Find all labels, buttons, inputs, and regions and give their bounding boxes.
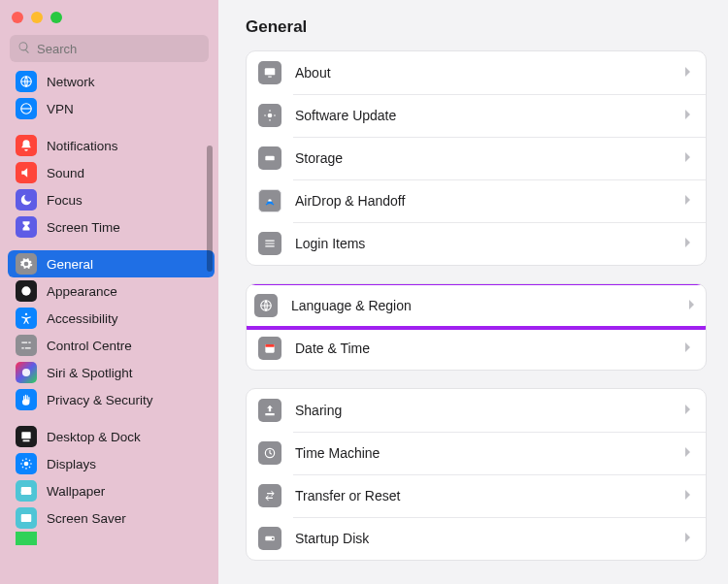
gear-icon [16,253,37,275]
sidebar: Network VPN Notifications Sound Focus Sc… [0,0,218,584]
sidebar-item-general[interactable]: General [8,250,215,277]
row-label: Time Machine [295,445,684,461]
settings-group-misc: Sharing Time Machine Transfer or Reset S… [246,388,707,561]
content-pane: General About Software Update Storage Ai… [218,0,728,584]
sidebar-item-displays[interactable]: Displays [8,450,215,477]
list-icon [258,232,281,255]
sidebar-scrollbar-thumb[interactable] [207,146,213,272]
settings-group-system: About Software Update Storage AirDrop & … [246,50,707,266]
row-label: Transfer or Reset [295,488,684,503]
row-label: About [295,65,684,81]
disk-icon [258,146,281,170]
row-software-update[interactable]: Software Update [247,94,706,137]
sidebar-item-label: Notifications [47,139,118,153]
row-sharing[interactable]: Sharing [247,389,706,432]
settings-group-locale: Language & Region Date & Time [246,283,707,371]
sidebar-item-label: Appearance [47,284,117,299]
chevron-right-icon [684,489,694,503]
sidebar-item-label: Sound [47,166,84,180]
sidebar-item-label: General [47,257,93,272]
chevron-right-icon [684,194,694,209]
search-input[interactable] [37,42,201,56]
siri-icon [16,362,37,383]
svg-point-7 [24,462,29,467]
svg-point-3 [25,313,27,315]
gear-icon [258,104,281,127]
fullscreen-window-button[interactable] [50,12,62,23]
sidebar-item-privacy-security[interactable]: Privacy & Security [8,386,215,413]
row-storage[interactable]: Storage [247,137,706,179]
row-transfer-reset[interactable]: Transfer or Reset [247,474,706,517]
sidebar-item-partial[interactable] [8,532,215,545]
calendar-icon [258,337,281,360]
sidebar-item-label: Focus [47,193,83,208]
row-label: Sharing [295,403,684,418]
sidebar-item-label: Wallpaper [47,484,105,499]
page-title: General [246,17,707,37]
sharing-icon [258,399,281,422]
chevron-right-icon [684,532,694,546]
svg-rect-13 [265,156,274,161]
sidebar-item-appearance[interactable]: Appearance [8,277,215,305]
sidebar-item-control-centre[interactable]: Control Centre [8,332,215,359]
chevron-right-icon [688,299,698,313]
svg-point-20 [272,537,274,539]
sidebar-item-siri-spotlight[interactable]: Siri & Spotlight [8,359,215,386]
close-window-button[interactable] [12,12,23,23]
sidebar-item-label: Displays [47,457,96,471]
svg-rect-10 [265,68,276,75]
row-label: Startup Disk [295,531,684,546]
moon-icon [16,189,37,211]
row-about[interactable]: About [247,51,706,94]
chevron-right-icon [684,151,694,166]
appearance-icon [16,280,37,302]
search-icon [17,41,31,57]
transfer-icon [258,484,281,507]
row-airdrop-handoff[interactable]: AirDrop & Handoff [247,179,706,222]
sidebar-item-screen-saver[interactable]: Screen Saver [8,504,215,532]
screensaver-icon [16,507,37,529]
svg-point-12 [268,114,273,118]
row-language-region[interactable]: Language & Region [246,284,707,327]
hourglass-icon [16,216,37,238]
chevron-right-icon [684,446,694,461]
row-login-items[interactable]: Login Items [247,222,706,265]
sidebar-item-screen-time[interactable]: Screen Time [8,213,215,241]
speaker-icon [16,162,37,183]
svg-point-2 [21,286,30,295]
battery-icon [16,532,37,545]
sidebar-item-focus[interactable]: Focus [8,186,215,213]
minimize-window-button[interactable] [31,12,43,23]
row-label: AirDrop & Handoff [295,193,684,209]
disk-icon [258,527,281,550]
svg-point-4 [22,369,30,376]
sidebar-item-wallpaper[interactable]: Wallpaper [8,477,215,504]
row-date-time[interactable]: Date & Time [247,327,706,370]
sidebar-item-notifications[interactable]: Notifications [8,132,215,159]
globe-icon [254,294,278,317]
sidebar-item-label: Control Centre [47,339,132,353]
globe-icon [16,71,37,92]
accessibility-icon [16,308,37,329]
sidebar-item-network[interactable]: Network [8,68,215,95]
sidebar-item-desktop-dock[interactable]: Desktop & Dock [8,423,215,450]
wallpaper-icon [16,480,37,502]
sidebar-item-vpn[interactable]: VPN [8,95,215,122]
row-time-machine[interactable]: Time Machine [247,432,706,474]
row-label: Language & Region [291,298,688,313]
sidebar-item-label: Screen Saver [47,511,126,526]
row-startup-disk[interactable]: Startup Disk [247,517,706,560]
search-field[interactable] [10,35,209,62]
mac-icon [258,61,281,84]
sidebar-item-label: Accessibility [47,311,118,326]
svg-rect-11 [268,77,272,78]
svg-rect-6 [23,440,30,442]
svg-rect-5 [21,432,30,438]
sidebar-item-label: VPN [47,102,74,116]
globe-icon [16,98,37,119]
window-traffic-lights [0,0,218,31]
sidebar-item-accessibility[interactable]: Accessibility [8,305,215,332]
sliders-icon [16,335,37,356]
svg-rect-9 [21,514,32,522]
sidebar-item-sound[interactable]: Sound [8,159,215,186]
